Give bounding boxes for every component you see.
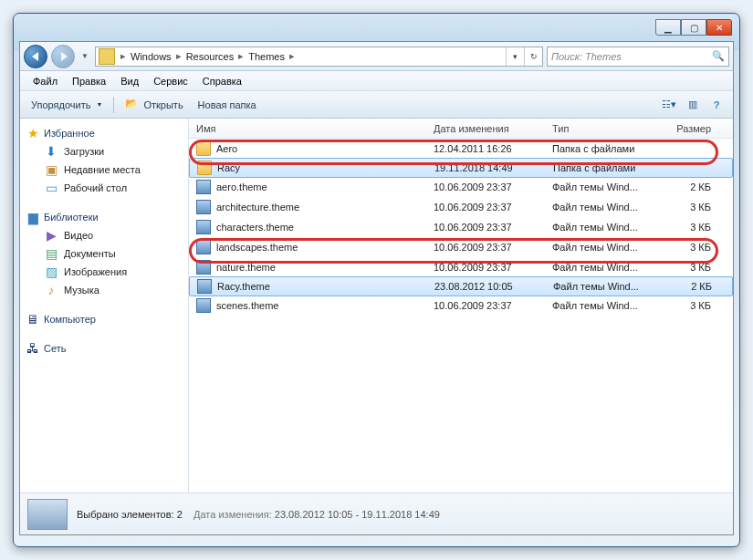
- menu-edit[interactable]: Правка: [65, 74, 113, 88]
- close-button[interactable]: ✕: [706, 19, 732, 36]
- views-button[interactable]: ☷ ▾: [658, 95, 680, 115]
- back-button[interactable]: [24, 45, 47, 68]
- file-row[interactable]: architecture.theme10.06.2009 23:37Файл т…: [189, 197, 733, 217]
- file-size: 3 КБ: [664, 222, 718, 233]
- col-date[interactable]: Дата изменения: [426, 123, 545, 134]
- file-row[interactable]: landscapes.theme10.06.2009 23:37Файл тем…: [189, 237, 733, 257]
- status-thumbnail: [27, 499, 68, 530]
- new-folder-button[interactable]: Новая папка: [193, 97, 262, 113]
- menu-tools[interactable]: Сервис: [146, 74, 195, 88]
- music-icon: ♪: [44, 283, 58, 297]
- file-size: 2 КБ: [664, 281, 719, 292]
- address-dropdown[interactable]: ▾: [506, 47, 524, 66]
- sidebar-libraries[interactable]: ▆Библиотеки: [20, 208, 188, 226]
- network-icon: 🖧: [26, 341, 40, 356]
- file-date: 10.06.2009 23:37: [426, 262, 545, 273]
- file-row[interactable]: aero.theme10.06.2009 23:37Файл темы Wind…: [189, 177, 733, 197]
- file-row[interactable]: characters.theme10.06.2009 23:37Файл тем…: [189, 217, 733, 237]
- file-name: architecture.theme: [216, 202, 299, 213]
- search-icon: 🔍: [712, 50, 725, 62]
- file-date: 10.06.2009 23:37: [426, 242, 545, 253]
- file-name: Racy: [217, 162, 240, 173]
- crumb-resources[interactable]: Resources: [184, 51, 236, 62]
- file-row[interactable]: nature.theme10.06.2009 23:37Файл темы Wi…: [189, 257, 733, 277]
- menu-help[interactable]: Справка: [195, 74, 249, 88]
- crumb-sep[interactable]: ▸: [173, 50, 184, 62]
- crumb-sep[interactable]: ▸: [235, 50, 246, 62]
- menu-file[interactable]: Файл: [26, 74, 65, 88]
- folder-icon: [196, 141, 211, 156]
- title-bar: ▁ ▢ ✕: [19, 19, 734, 41]
- help-icon: ?: [714, 99, 720, 110]
- file-size: 2 КБ: [664, 181, 718, 192]
- back-arrow-icon: [32, 52, 38, 61]
- file-date: 23.08.2012 10:05: [427, 281, 546, 292]
- download-icon: ⬇: [44, 144, 58, 159]
- image-icon: ▨: [44, 264, 58, 279]
- file-list[interactable]: Имя Дата изменения Тип Размер Aero12.04.…: [189, 119, 733, 493]
- minimize-button[interactable]: ▁: [655, 19, 681, 36]
- search-placeholder: Поиск: Themes: [551, 51, 622, 62]
- file-row[interactable]: scenes.theme10.06.2009 23:37Файл темы Wi…: [189, 296, 733, 316]
- organize-button[interactable]: Упорядочить▼: [26, 97, 108, 113]
- navigation-row: ▼ ▸ Windows ▸ Resources ▸ Themes ▸ ▾ ↻ П…: [20, 42, 733, 71]
- crumb-windows[interactable]: Windows: [129, 51, 173, 62]
- col-type[interactable]: Тип: [545, 123, 664, 134]
- file-date: 19.11.2018 14:49: [427, 162, 546, 173]
- file-name: Racy.theme: [217, 281, 270, 292]
- sidebar-music[interactable]: ♪Музыка: [20, 281, 188, 299]
- address-bar[interactable]: ▸ Windows ▸ Resources ▸ Themes ▸ ▾ ↻: [95, 47, 543, 67]
- theme-file-icon: [196, 260, 211, 275]
- file-type: Файл темы Wind...: [545, 222, 664, 233]
- folder-icon: [197, 161, 212, 175]
- preview-icon: ▥: [688, 99, 697, 110]
- maximize-button[interactable]: ▢: [681, 19, 706, 36]
- file-row[interactable]: Racy.theme23.08.2012 10:05Файл темы Wind…: [189, 276, 733, 296]
- history-dropdown[interactable]: ▼: [78, 47, 91, 66]
- sidebar-documents[interactable]: ▤Документы: [20, 244, 188, 263]
- search-input[interactable]: Поиск: Themes 🔍: [547, 47, 729, 67]
- file-type: Файл темы Wind...: [545, 242, 664, 253]
- crumb-themes[interactable]: Themes: [246, 51, 287, 62]
- folder-icon: [99, 48, 115, 65]
- preview-pane-button[interactable]: ▥: [682, 95, 704, 115]
- computer-icon: 🖥: [26, 312, 40, 327]
- help-button[interactable]: ?: [706, 95, 727, 115]
- toolbar: Упорядочить▼ 📂Открыть Новая папка ☷ ▾ ▥ …: [20, 91, 733, 119]
- sidebar-recent[interactable]: ▣Недавние места: [20, 161, 188, 179]
- theme-file-icon: [196, 240, 211, 254]
- sidebar-desktop[interactable]: ▭Рабочий стол: [20, 179, 188, 197]
- menu-bar: Файл Правка Вид Сервис Справка: [20, 71, 733, 91]
- file-name: Aero: [216, 143, 237, 154]
- sidebar-downloads[interactable]: ⬇Загрузки: [20, 142, 188, 161]
- document-icon: ▤: [44, 246, 58, 261]
- file-date: 12.04.2011 16:26: [426, 143, 545, 154]
- refresh-button[interactable]: ↻: [524, 47, 542, 66]
- sidebar-videos[interactable]: ▶Видео: [20, 226, 188, 244]
- menu-view[interactable]: Вид: [113, 74, 146, 88]
- file-name: landscapes.theme: [216, 242, 298, 253]
- status-selection: Выбрано элементов: 2: [77, 509, 183, 520]
- col-size[interactable]: Размер: [664, 123, 718, 134]
- sidebar-network[interactable]: 🖧Сеть: [20, 339, 188, 358]
- theme-file-icon: [197, 279, 212, 294]
- open-button[interactable]: 📂Открыть: [120, 95, 188, 115]
- file-row[interactable]: Racy19.11.2018 14:49Папка с файлами: [189, 158, 733, 178]
- file-size: 3 КБ: [664, 300, 718, 311]
- file-date: 10.06.2009 23:37: [426, 300, 545, 311]
- open-folder-icon: 📂: [125, 98, 140, 112]
- file-row[interactable]: Aero12.04.2011 16:26Папка с файлами: [189, 139, 733, 159]
- video-icon: ▶: [44, 228, 58, 243]
- crumb-sep[interactable]: ▸: [287, 50, 298, 62]
- col-name[interactable]: Имя: [189, 123, 426, 134]
- crumb-sep[interactable]: ▸: [118, 50, 129, 62]
- file-name: scenes.theme: [216, 300, 278, 311]
- file-name: aero.theme: [216, 181, 267, 192]
- sidebar-images[interactable]: ▨Изображения: [20, 263, 188, 281]
- sidebar-computer[interactable]: 🖥Компьютер: [20, 310, 188, 328]
- file-type: Файл темы Wind...: [545, 300, 664, 311]
- column-headers: Имя Дата изменения Тип Размер: [189, 119, 733, 139]
- forward-button[interactable]: [51, 45, 75, 68]
- sidebar-favorites[interactable]: ★Избранное: [20, 124, 188, 142]
- status-bar: Выбрано элементов: 2 Дата изменения: 23.…: [20, 493, 733, 534]
